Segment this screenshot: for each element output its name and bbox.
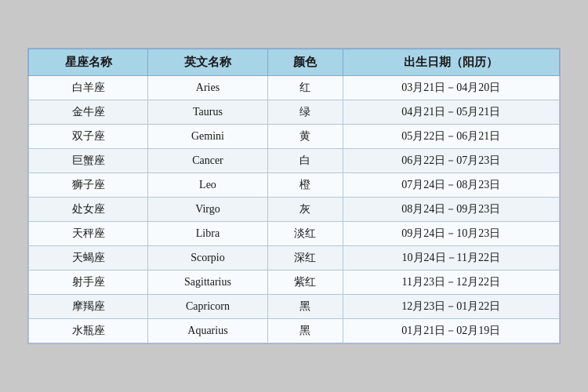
table-row: 射手座Sagittarius紫红11月23日－12月22日 (29, 270, 560, 295)
cell-dates: 09月24日－10月23日 (343, 222, 559, 246)
cell-dates: 04月21日－05月21日 (343, 100, 559, 125)
table-row: 狮子座Leo橙07月24日－08月23日 (29, 173, 560, 198)
header-chinese-name: 星座名称 (29, 49, 148, 76)
table-row: 白羊座Aries红03月21日－04月20日 (29, 76, 560, 100)
cell-chinese-name: 摩羯座 (29, 295, 148, 319)
cell-color: 绿 (267, 100, 343, 125)
cell-color: 橙 (267, 173, 343, 198)
cell-dates: 11月23日－12月22日 (343, 270, 559, 295)
cell-color: 白 (267, 149, 343, 173)
cell-chinese-name: 处女座 (29, 198, 148, 222)
cell-dates: 08月24日－09月23日 (343, 198, 559, 222)
cell-chinese-name: 天蝎座 (29, 246, 148, 270)
cell-english-name: Gemini (148, 125, 267, 149)
header-english-name: 英文名称 (148, 49, 267, 76)
table-row: 水瓶座Aquarius黑01月21日－02月19日 (29, 319, 560, 343)
cell-english-name: Cancer (148, 149, 267, 173)
zodiac-table: 星座名称 英文名称 颜色 出生日期（阳历） 白羊座Aries红03月21日－04… (28, 49, 560, 343)
cell-dates: 01月21日－02月19日 (343, 319, 559, 343)
table-row: 摩羯座Capricorn黑12月23日－01月22日 (29, 295, 560, 319)
cell-color: 黄 (267, 125, 343, 149)
cell-dates: 07月24日－08月23日 (343, 173, 559, 198)
cell-dates: 10月24日－11月22日 (343, 246, 559, 270)
cell-chinese-name: 双子座 (29, 125, 148, 149)
cell-dates: 06月22日－07月23日 (343, 149, 559, 173)
cell-dates: 05月22日－06月21日 (343, 125, 559, 149)
cell-chinese-name: 水瓶座 (29, 319, 148, 343)
table-header-row: 星座名称 英文名称 颜色 出生日期（阳历） (29, 49, 560, 76)
table-row: 巨蟹座Cancer白06月22日－07月23日 (29, 149, 560, 173)
cell-color: 黑 (267, 295, 343, 319)
cell-chinese-name: 天秤座 (29, 222, 148, 246)
cell-color: 淡红 (267, 222, 343, 246)
cell-english-name: Scorpio (148, 246, 267, 270)
table-row: 金牛座Taurus绿04月21日－05月21日 (29, 100, 560, 125)
cell-english-name: Aquarius (148, 319, 267, 343)
table-body: 白羊座Aries红03月21日－04月20日金牛座Taurus绿04月21日－0… (29, 76, 560, 343)
cell-chinese-name: 白羊座 (29, 76, 148, 100)
cell-dates: 03月21日－04月20日 (343, 76, 559, 100)
table-row: 双子座Gemini黄05月22日－06月21日 (29, 125, 560, 149)
cell-color: 灰 (267, 198, 343, 222)
cell-color: 深红 (267, 246, 343, 270)
cell-chinese-name: 狮子座 (29, 173, 148, 198)
cell-chinese-name: 射手座 (29, 270, 148, 295)
cell-english-name: Virgo (148, 198, 267, 222)
table-row: 处女座Virgo灰08月24日－09月23日 (29, 198, 560, 222)
table-row: 天秤座Libra淡红09月24日－10月23日 (29, 222, 560, 246)
cell-english-name: Capricorn (148, 295, 267, 319)
cell-english-name: Leo (148, 173, 267, 198)
cell-chinese-name: 金牛座 (29, 100, 148, 125)
cell-color: 红 (267, 76, 343, 100)
zodiac-table-container: 星座名称 英文名称 颜色 出生日期（阳历） 白羊座Aries红03月21日－04… (27, 48, 561, 344)
cell-english-name: Sagittarius (148, 270, 267, 295)
cell-color: 紫红 (267, 270, 343, 295)
cell-dates: 12月23日－01月22日 (343, 295, 559, 319)
header-color: 颜色 (267, 49, 343, 76)
header-dates: 出生日期（阳历） (343, 49, 559, 76)
cell-english-name: Taurus (148, 100, 267, 125)
cell-english-name: Libra (148, 222, 267, 246)
table-row: 天蝎座Scorpio深红10月24日－11月22日 (29, 246, 560, 270)
cell-color: 黑 (267, 319, 343, 343)
cell-english-name: Aries (148, 76, 267, 100)
cell-chinese-name: 巨蟹座 (29, 149, 148, 173)
